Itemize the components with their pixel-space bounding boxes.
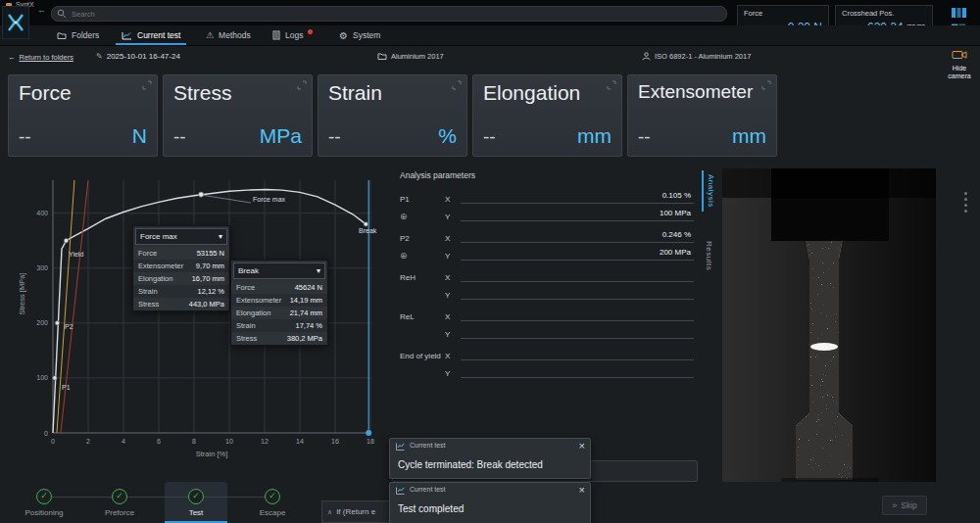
folder-icon	[57, 31, 67, 40]
chart-icon	[122, 31, 132, 40]
rel-x-input[interactable]	[461, 309, 694, 321]
check-icon: ✓	[269, 491, 276, 500]
close-icon[interactable]: ×	[579, 440, 585, 452]
document-icon	[272, 30, 280, 40]
offset-line-curve	[61, 180, 88, 433]
material-name: Aluminium 2017	[377, 52, 444, 61]
rel-y-input[interactable]	[461, 326, 694, 339]
end-of-yield-y-input[interactable]	[461, 365, 694, 378]
search-icon	[57, 9, 67, 19]
param-group-p1: P1X0.105 % ⊕Y100 MPa	[388, 186, 702, 221]
info-row: Stress380,2 MPa	[231, 332, 327, 345]
param-group-reh: ReHX Y	[388, 264, 702, 300]
analysis-parameters-panel: Analysis parameters P1X0.105 % ⊕Y100 MPa…	[388, 168, 702, 462]
x-tick-label: 0	[51, 438, 55, 445]
app-icon[interactable]	[2, 6, 29, 39]
analysis-title: Analysis parameters	[388, 168, 702, 186]
tab-logs[interactable]: Logs	[267, 25, 318, 45]
expand-icon[interactable]	[141, 79, 153, 91]
caret-down-icon: ▾	[219, 229, 222, 244]
crosshead-cursor-dot	[366, 430, 371, 436]
side-tab-results[interactable]: Results	[702, 237, 716, 274]
info-row: Strain17,74 %	[231, 319, 327, 332]
search-input[interactable]	[70, 7, 710, 21]
panel-drag-handle[interactable]	[964, 192, 967, 195]
info-row: Elongation16,70 mm	[133, 272, 229, 285]
cursor-info-break: Break ▾ Force45624 N Extensometer14,19 m…	[230, 260, 328, 346]
test-name: ✎ 2025-10-01 16-47-24	[96, 52, 180, 61]
chart-icon	[396, 487, 405, 495]
force-max-leader-line	[201, 195, 251, 203]
param-group-p2: P2X0.246 % ⊕Y200 MPa	[388, 225, 702, 261]
p2-x-input[interactable]: 0.246 %	[461, 230, 694, 243]
marker-force-max	[199, 192, 204, 197]
break-selector-dropdown[interactable]: Break ▾	[233, 262, 325, 279]
expand-icon[interactable]	[451, 79, 463, 91]
annotation-p1: P1	[62, 384, 71, 391]
step-preforce-check[interactable]: ✓	[112, 489, 127, 504]
active-tab-underline	[116, 43, 186, 45]
card-strain: Strain -- %	[318, 74, 467, 157]
edit-icon[interactable]: ✎	[96, 52, 103, 61]
step-connector	[44, 497, 272, 498]
chart-icon	[396, 443, 405, 451]
back-arrow-icon: ←	[8, 53, 16, 62]
check-icon: ✓	[192, 491, 200, 500]
y-tick-label: 100	[36, 374, 48, 381]
step-positioning-label: Positioning	[10, 508, 78, 517]
card-elongation: Elongation -- mm	[472, 74, 622, 157]
step-test-check[interactable]: ✓	[188, 489, 204, 504]
tab-current-test[interactable]: Current test	[116, 25, 186, 45]
p2-y-input[interactable]: 200 MPa	[461, 248, 694, 261]
tab-folders[interactable]: Folders	[51, 25, 105, 45]
step-test-label: Test	[162, 508, 230, 517]
search-bar[interactable]	[51, 6, 727, 22]
end-of-yield-x-input[interactable]	[461, 348, 694, 360]
info-row: Force45624 N	[231, 281, 327, 294]
close-icon[interactable]: ×	[579, 484, 585, 496]
p1-y-input[interactable]: 100 MPa	[461, 209, 694, 221]
p1-x-input[interactable]: 0.105 %	[461, 191, 694, 204]
force-max-selector-dropdown[interactable]: Force max ▾	[135, 228, 227, 245]
marker-yield	[64, 238, 68, 242]
info-row: Extensometer14,19 mm	[231, 294, 327, 307]
toast-break-detected: Current test × Cycle terminated: Break d…	[389, 438, 591, 479]
crosshair-picker-icon[interactable]: ⊕	[388, 212, 445, 221]
layout-columns-icon[interactable]	[949, 6, 968, 20]
marker-p1	[53, 376, 57, 380]
standard-name: ISO 6892-1 - Aluminium 2017	[642, 52, 751, 61]
x-tick-label: 2	[86, 438, 90, 445]
crosshair-picker-icon[interactable]: ⊕	[388, 251, 445, 261]
info-row: Extensometer9,70 mm	[133, 260, 229, 272]
tab-methods[interactable]: ⚠ Methods	[200, 25, 257, 45]
marker-break	[364, 222, 368, 226]
step-positioning-check[interactable]: ✓	[36, 489, 52, 504]
back-arrow-icon[interactable]: ←	[37, 5, 46, 15]
expand-icon[interactable]	[296, 79, 308, 91]
step-escape-check[interactable]: ✓	[265, 489, 280, 504]
annotation-yield: Yield	[69, 251, 83, 258]
reh-x-input[interactable]	[461, 269, 694, 282]
x-tick-label: 14	[296, 438, 304, 445]
y-tick-label: 0	[44, 430, 48, 437]
return-to-folders-link[interactable]: ← Return to folders	[8, 53, 74, 62]
reh-y-input[interactable]	[461, 287, 694, 300]
info-row: Elongation21,74 mm	[231, 307, 327, 319]
gear-icon: ⚙	[339, 30, 348, 41]
x-tick-label: 8	[192, 438, 196, 445]
x-axis-label: Strain [%]	[53, 450, 370, 458]
skip-button[interactable]: » Skip	[882, 496, 927, 515]
skip-forward-icon: »	[892, 500, 897, 510]
info-row: Force53155 N	[133, 247, 229, 260]
force-readout-label: Force	[744, 9, 762, 18]
tab-system[interactable]: ⚙ System	[333, 25, 386, 45]
side-tab-analysis[interactable]: Analysis	[702, 170, 718, 212]
expand-icon[interactable]	[760, 79, 772, 91]
workflow-steps: ✓ ✓ ✓ ✓ Positioning Preforce Test Escape	[0, 482, 333, 523]
x-tick-label: 16	[331, 438, 339, 445]
expand-icon[interactable]	[606, 79, 617, 91]
hide-camera-button[interactable]: Hide camera	[941, 47, 978, 80]
check-icon: ✓	[116, 491, 123, 500]
x-tick-label: 10	[225, 438, 233, 445]
step-preforce-label: Preforce	[85, 508, 154, 517]
